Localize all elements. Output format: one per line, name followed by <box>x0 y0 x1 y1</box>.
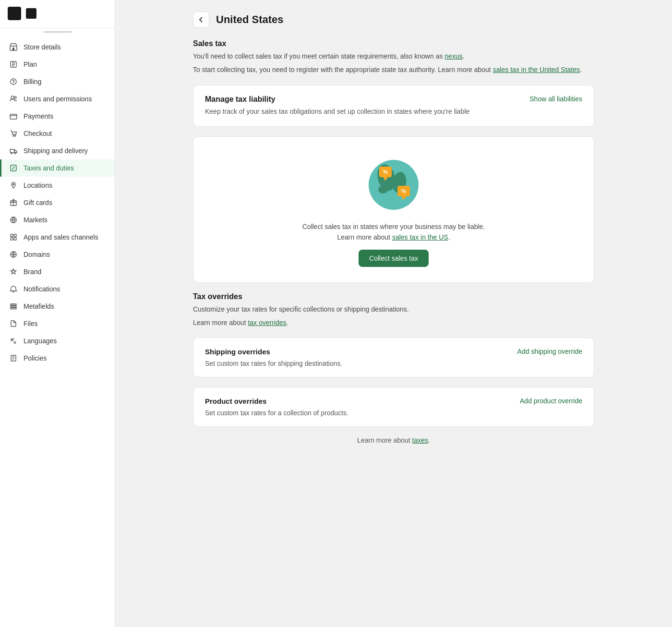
collect-sales-tax-button[interactable]: Collect sales tax <box>359 250 429 267</box>
sidebar-item-languages[interactable]: Languages <box>0 332 115 350</box>
sidebar-item-markets-label: Markets <box>24 216 48 224</box>
sales-tax-us-link[interactable]: sales tax in the United States <box>493 66 580 73</box>
manage-tax-section: Manage tax liability Keep track of your … <box>193 85 594 126</box>
manage-tax-heading: Manage tax liability <box>205 95 522 104</box>
checkout-icon <box>9 129 18 138</box>
sidebar-item-locations-label: Locations <box>24 181 52 189</box>
add-product-override-link[interactable]: Add product override <box>520 397 582 405</box>
show-all-liabilities-link[interactable]: Show all liabilities <box>529 95 582 103</box>
metafields-icon <box>9 302 18 311</box>
domains-icon <box>9 250 18 259</box>
sidebar-item-taxes-label: Taxes and duties <box>24 164 74 172</box>
markets-icon <box>9 216 18 224</box>
languages-icon <box>9 337 18 345</box>
sidebar-item-policies[interactable]: Policies <box>0 350 115 367</box>
product-overrides-card: Product overrides Set custom tax rates f… <box>193 387 594 427</box>
product-overrides-title: Product overrides <box>205 397 348 405</box>
sidebar-item-checkout[interactable]: Checkout <box>0 125 115 142</box>
footer-learn: Learn more about taxes. <box>193 436 594 444</box>
svg-rect-22 <box>11 306 16 307</box>
payments-icon <box>9 112 18 121</box>
shipping-icon <box>9 146 18 155</box>
sidebar-item-apps-label: Apps and sales channels <box>24 233 98 241</box>
collect-tax-text: Collect sales tax in states where your b… <box>205 221 582 243</box>
svg-point-5 <box>14 96 16 98</box>
shipping-overrides-card: Shipping overrides Set custom tax rates … <box>193 338 594 377</box>
main-content: United States Sales tax You'll need to c… <box>115 0 672 627</box>
svg-rect-21 <box>11 304 16 305</box>
svg-rect-18 <box>11 238 13 240</box>
sidebar-item-domains[interactable]: Domains <box>0 246 115 263</box>
svg-point-3 <box>11 79 16 84</box>
sales-tax-intro: Sales tax You'll need to collect sales t… <box>193 39 594 75</box>
policies-icon <box>9 354 18 362</box>
sidebar-item-shipping[interactable]: Shipping and delivery <box>0 142 115 159</box>
sales-tax-desc2: To start collecting tax, you need to reg… <box>193 64 594 75</box>
svg-rect-17 <box>14 234 16 237</box>
sales-tax-desc1: You'll need to collect sales tax if you … <box>193 51 594 61</box>
sidebar-item-metafields-label: Metafields <box>24 302 54 310</box>
footer-taxes-link[interactable]: taxes <box>412 436 428 444</box>
collect-sales-tax-card: % % Collect sales tax in states where yo… <box>193 136 594 283</box>
sidebar-item-users-label: Users and permissions <box>24 95 92 103</box>
add-shipping-override-link[interactable]: Add shipping override <box>517 348 582 355</box>
tax-overrides-link[interactable]: tax overrides <box>248 319 286 326</box>
sidebar-item-metafields[interactable]: Metafields <box>0 298 115 315</box>
sidebar-item-policies-label: Policies <box>24 354 47 362</box>
globe-illustration: % % <box>365 156 422 214</box>
sales-tax-us-link-2[interactable]: sales tax in the US <box>392 233 448 241</box>
sidebar-item-users[interactable]: Users and permissions <box>0 90 115 108</box>
sidebar-item-markets[interactable]: Markets <box>0 211 115 229</box>
back-button[interactable] <box>193 12 209 28</box>
svg-rect-9 <box>10 149 14 153</box>
sidebar-item-billing[interactable]: Billing <box>0 73 115 90</box>
svg-rect-1 <box>12 48 14 50</box>
tax-overrides-learn: Learn more about tax overrides. <box>193 317 594 328</box>
svg-rect-23 <box>11 308 16 309</box>
files-icon <box>9 319 18 328</box>
sidebar-item-taxes[interactable]: Taxes and duties <box>0 159 115 177</box>
manage-tax-card: Manage tax liability Keep track of your … <box>193 85 594 127</box>
sidebar-scroll-indicator <box>43 31 72 33</box>
gift-icon <box>9 198 18 207</box>
sidebar-item-files-label: Files <box>24 320 38 327</box>
sidebar-item-notifications[interactable]: Notifications <box>0 280 115 298</box>
sidebar-item-store-details[interactable]: Store details <box>0 38 115 56</box>
svg-point-10 <box>11 153 12 154</box>
manage-tax-desc: Keep track of your sales tax obligations… <box>205 107 522 117</box>
sidebar-item-shipping-label: Shipping and delivery <box>24 147 88 155</box>
product-overrides-desc: Set custom tax rates for a collection of… <box>205 409 348 417</box>
sidebar-nav: Store details Plan Billing Users and per… <box>0 36 115 369</box>
sidebar-item-apps[interactable]: Apps and sales channels <box>0 229 115 246</box>
sidebar-item-brand[interactable]: Brand <box>0 263 115 280</box>
sidebar-logo <box>8 7 21 20</box>
sidebar-item-locations[interactable]: Locations <box>0 177 115 194</box>
nexus-link[interactable]: nexus <box>444 52 462 60</box>
svg-point-11 <box>15 153 16 154</box>
svg-rect-6 <box>10 114 17 119</box>
taxes-icon <box>9 164 18 172</box>
shipping-overrides-desc: Set custom tax rates for shipping destin… <box>205 360 342 367</box>
svg-text:%: % <box>401 188 406 194</box>
svg-rect-16 <box>11 234 13 237</box>
apps-icon <box>9 233 18 241</box>
notifications-icon <box>9 285 18 293</box>
sidebar-item-store-details-label: Store details <box>24 43 61 51</box>
svg-point-13 <box>13 184 14 185</box>
svg-rect-19 <box>14 238 16 240</box>
svg-point-4 <box>11 96 14 99</box>
sidebar-item-billing-label: Billing <box>24 78 41 85</box>
sidebar-item-plan[interactable]: Plan <box>0 56 115 73</box>
page-header: United States <box>193 12 594 28</box>
shipping-overrides-title: Shipping overrides <box>205 348 342 356</box>
sidebar-store-icon <box>26 8 36 19</box>
sidebar-item-payments[interactable]: Payments <box>0 108 115 125</box>
product-overrides-section: Product overrides Set custom tax rates f… <box>193 387 594 426</box>
users-icon <box>9 95 18 103</box>
sidebar-item-gift-cards[interactable]: Gift cards <box>0 194 115 211</box>
sidebar-item-files[interactable]: Files <box>0 315 115 332</box>
sidebar-item-payments-label: Payments <box>24 112 53 120</box>
sidebar-item-languages-label: Languages <box>24 337 57 345</box>
tax-overrides-desc: Customize your tax rates for specific co… <box>193 304 594 314</box>
shipping-overrides-section: Shipping overrides Set custom tax rates … <box>193 338 594 377</box>
